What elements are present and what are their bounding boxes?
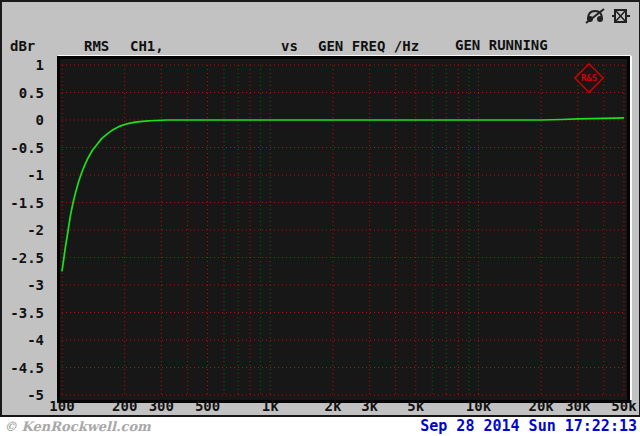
y-tick-label: -1.5: [4, 195, 44, 211]
y-tick-label: -1: [4, 167, 44, 183]
y-tick-label: 0.5: [4, 85, 44, 101]
x-tick-label: 500: [195, 399, 220, 414]
rohde-schwarz-logo: R&S: [575, 64, 603, 92]
x-tick-label: 2k: [324, 399, 341, 414]
y-tick-label: -0.5: [4, 140, 44, 156]
x-tick-label: 10k: [466, 399, 491, 414]
status-generator: GEN RUNNING: [455, 37, 598, 53]
y-tick-label: -3: [4, 277, 44, 293]
analyzer-screen: dBr RMS CH1, vs GEN FREQ /Hz GEN RUNNING…: [0, 0, 640, 436]
y-tick-label: -3.5: [4, 305, 44, 321]
y-tick-label: -5: [4, 387, 44, 403]
timestamp: Sep 28 2014 Sun 17:22:13: [420, 418, 637, 435]
channel-label: CH1,: [130, 38, 164, 54]
y-tick-label: -2: [4, 222, 44, 238]
x-tick-label: 300: [149, 399, 174, 414]
response-plot: R&S: [60, 59, 627, 400]
x-tick-label: 100: [49, 399, 74, 414]
y-tick-label: -4: [4, 332, 44, 348]
plot-area: R&S: [57, 56, 630, 403]
svg-text:R&S: R&S: [581, 73, 597, 83]
x-tick-label: 5k: [407, 399, 424, 414]
x-tick-label: 50k: [611, 399, 636, 414]
y-tick-label: 1: [4, 57, 44, 73]
y-tick-label: -2.5: [4, 250, 44, 266]
speaker-muted-icon: [611, 7, 631, 25]
response-curve: [62, 118, 624, 271]
y-tick-label: -4.5: [4, 360, 44, 376]
x-tick-label: 3k: [361, 399, 378, 414]
x-tick-label: 30k: [565, 399, 590, 414]
y-unit-label: dBr: [10, 38, 35, 54]
x-tick-label: 20k: [528, 399, 553, 414]
x-axis-title: GEN FREQ /Hz: [318, 38, 419, 54]
detector-label: RMS: [84, 38, 109, 54]
headphones-muted-icon: [585, 7, 607, 25]
y-tick-label: 0: [4, 112, 44, 128]
x-tick-label: 1k: [262, 399, 279, 414]
watermark: © KenRockwell.com: [4, 419, 151, 434]
vs-label: vs: [281, 38, 298, 54]
x-tick-label: 200: [112, 399, 137, 414]
footer-strip: © KenRockwell.com Sep 28 2014 Sun 17:22:…: [0, 415, 640, 436]
output-icons: [585, 7, 633, 25]
